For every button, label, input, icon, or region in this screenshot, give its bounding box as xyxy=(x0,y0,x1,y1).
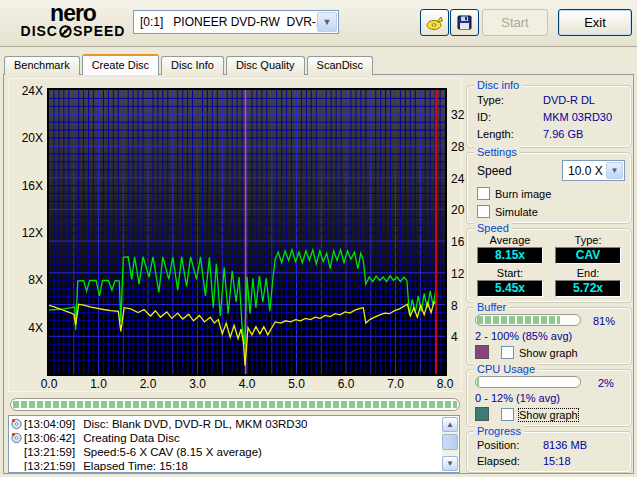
disc-id-label: ID: xyxy=(477,111,491,123)
write-progress-bar xyxy=(10,398,460,411)
buffer-level-fill xyxy=(477,316,560,324)
log-timestamp: [13:21:59] xyxy=(24,460,75,471)
position-value: 8136 MB xyxy=(543,439,587,451)
tab-disc-quality[interactable]: Disc Quality xyxy=(226,56,305,75)
disc-logo-icon xyxy=(59,25,72,38)
save-floppy-icon xyxy=(457,15,472,30)
simulate-checkbox[interactable] xyxy=(477,205,490,218)
speed-select-dropdown-button[interactable]: ▼ xyxy=(606,162,623,179)
cpu-usage-bar xyxy=(475,376,581,388)
log-entry: [13:21:59] Speed:5-6 X CAV (8.15 X avera… xyxy=(11,445,441,459)
speed-graph-svg xyxy=(49,90,445,374)
buffer-range-note: 2 - 100% (85% avg) xyxy=(475,330,572,342)
disc-info-title: Disc info xyxy=(474,79,522,91)
buffer-show-graph-label[interactable]: Show graph xyxy=(519,347,578,359)
save-button[interactable] xyxy=(450,9,479,36)
elapsed-value: 15:18 xyxy=(543,455,571,467)
status-log-list[interactable]: [13:04:09] Disc: Blank DVD, DVD-R DL, MK… xyxy=(8,415,460,473)
x-tick: 4.0 xyxy=(232,377,262,391)
cpu-show-graph-checkbox[interactable] xyxy=(501,408,514,421)
tab-create-disc[interactable]: Create Disc xyxy=(82,54,159,75)
y-left-tick: 12X xyxy=(9,226,43,240)
buffer-group: Buffer 81% 2 - 100% (85% avg) Show graph xyxy=(466,307,632,365)
speed-graph-plot xyxy=(47,88,447,376)
burn-image-label[interactable]: Burn image xyxy=(495,188,551,200)
y-left-tick: 8X xyxy=(9,273,43,287)
start-speed-lcd: 5.45x xyxy=(477,280,543,297)
log-entry: [13:06:42] Creating Data Disc xyxy=(11,431,441,445)
x-tick: 8.0 xyxy=(430,377,460,391)
logo-disc-text: DISC xyxy=(21,24,58,39)
log-scrollbar[interactable]: ▲ ▼ xyxy=(442,417,458,471)
speed-title: Speed xyxy=(474,222,512,234)
type-label: Type: xyxy=(555,234,621,246)
log-text: Disc: Blank DVD, DVD-R DL, MKM 03RD30 xyxy=(83,418,307,430)
burn-image-checkbox[interactable] xyxy=(477,187,490,200)
cpu-usage-title: CPU Usage xyxy=(474,363,538,375)
app-header: nero DISC SPEED [0:1] PIONEER DVD-RW DVR… xyxy=(0,0,637,47)
average-label: Average xyxy=(477,234,543,246)
x-tick: 3.0 xyxy=(183,377,213,391)
log-timestamp: [13:04:09] xyxy=(24,418,75,430)
disc-type-label: Type: xyxy=(477,94,504,106)
disc-type-value: DVD-R DL xyxy=(543,94,595,106)
logo-nero-text: nero xyxy=(12,3,134,24)
y-left-tick: 24X xyxy=(9,84,43,98)
progress-title: Progress xyxy=(474,425,524,437)
drive-selector-dropdown-button[interactable]: ▼ xyxy=(317,12,337,32)
end-label: End: xyxy=(555,267,621,279)
start-label: Start: xyxy=(477,267,543,279)
tab-benchmark[interactable]: Benchmark xyxy=(4,56,80,75)
end-speed-lcd: 5.72x xyxy=(555,280,621,297)
scrollbar-thumb[interactable] xyxy=(442,434,458,450)
nero-discspeed-logo: nero DISC SPEED xyxy=(12,3,134,39)
y-left-tick: 20X xyxy=(9,131,43,145)
type-lcd: CAV xyxy=(555,247,621,264)
tab-disc-info[interactable]: Disc Info xyxy=(161,56,224,75)
buffer-show-graph-checkbox[interactable] xyxy=(501,346,514,359)
speed-select[interactable]: 10.0 X ▼ xyxy=(562,160,625,181)
exit-button[interactable]: Exit xyxy=(558,9,632,36)
scroll-up-icon[interactable]: ▲ xyxy=(442,417,458,432)
log-entry: [13:04:09] Disc: Blank DVD, DVD-R DL, MK… xyxy=(11,417,441,431)
log-text: Speed:5-6 X CAV (8.15 X average) xyxy=(83,446,262,458)
cpu-usage-fill xyxy=(477,378,479,386)
log-timestamp: [13:06:42] xyxy=(24,432,75,444)
speed-graph-panel: 24X20X16X12X8X4X 32282420161284 0.01.02.… xyxy=(8,78,462,392)
x-tick: 7.0 xyxy=(381,377,411,391)
disc-icon xyxy=(11,432,24,444)
speed-select-value: 10.0 X xyxy=(563,164,606,178)
y-left-tick: 16X xyxy=(9,179,43,193)
buffer-color-swatch xyxy=(475,345,489,359)
start-button[interactable]: Start xyxy=(482,9,548,36)
x-tick: 6.0 xyxy=(331,377,361,391)
disc-length-value: 7.96 GB xyxy=(543,128,583,140)
progress-group: Progress Position: 8136 MB Elapsed: 15:1… xyxy=(466,431,632,473)
elapsed-label: Elapsed: xyxy=(477,455,520,467)
cpu-show-graph-label[interactable]: Show graph xyxy=(519,409,578,421)
x-tick: 1.0 xyxy=(84,377,114,391)
settings-title: Settings xyxy=(474,146,520,158)
speed-group: Speed Average Type: 8.15x CAV Start: End… xyxy=(466,228,632,303)
eject-disc-button[interactable] xyxy=(420,9,449,36)
cpu-usage-group: CPU Usage 2% 0 - 12% (1% avg) Show graph xyxy=(466,369,632,427)
drive-selector-value: [0:1] PIONEER DVD-RW DVR-116D 1.06 xyxy=(134,15,317,29)
scroll-down-icon[interactable]: ▼ xyxy=(442,456,458,471)
settings-group: Settings Speed 10.0 X ▼ Burn image Simul… xyxy=(466,152,632,224)
disc-id-value: MKM 03RD30 xyxy=(543,111,612,123)
y-left-tick: 4X xyxy=(9,321,43,335)
tab-scandisc[interactable]: ScanDisc xyxy=(307,56,373,75)
buffer-percent: 81% xyxy=(593,315,615,327)
eject-disc-icon xyxy=(426,15,444,31)
drive-selector[interactable]: [0:1] PIONEER DVD-RW DVR-116D 1.06 ▼ xyxy=(133,10,339,34)
disc-info-group: Disc info Type: DVD-R DL ID: MKM 03RD30 … xyxy=(466,85,632,148)
position-label: Position: xyxy=(477,439,519,451)
buffer-title: Buffer xyxy=(474,301,509,313)
average-speed-lcd: 8.15x xyxy=(477,247,543,264)
x-tick: 0.0 xyxy=(34,377,64,391)
tab-bar: Benchmark Create Disc Disc Info Disc Qua… xyxy=(4,54,375,75)
cpu-color-swatch xyxy=(475,407,489,421)
disc-length-label: Length: xyxy=(477,128,514,140)
simulate-label[interactable]: Simulate xyxy=(495,206,538,218)
buffer-level-bar xyxy=(475,314,581,326)
